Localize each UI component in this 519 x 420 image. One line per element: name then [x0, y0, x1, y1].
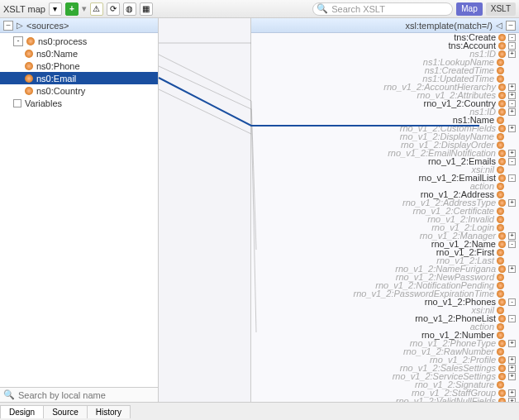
- element-icon: [25, 62, 33, 70]
- expand-toggle[interactable]: +: [508, 84, 516, 91]
- arrow-icon: ◁: [496, 21, 502, 30]
- tree-node[interactable]: -ns0:process: [0, 35, 158, 47]
- search-placeholder: Search XSLT: [331, 4, 385, 14]
- tree-node[interactable]: ns0:Name: [0, 47, 158, 60]
- element-icon: [497, 332, 504, 339]
- element-icon: [498, 84, 506, 91]
- search-local-input[interactable]: [18, 390, 155, 400]
- node-label: Variables: [25, 98, 62, 108]
- element-icon: [498, 125, 506, 132]
- node-label: ns0:Name: [36, 49, 78, 59]
- arrow-icon: ▷: [17, 21, 23, 30]
- element-icon: [497, 75, 504, 83]
- expand-toggle[interactable]: +: [508, 365, 516, 372]
- element-icon: [26, 37, 35, 45]
- element-icon: [497, 166, 504, 174]
- expand-toggle[interactable]: -: [508, 42, 516, 50]
- element-icon: [25, 74, 33, 83]
- collapse-toggle[interactable]: –: [506, 21, 516, 31]
- element-icon: [498, 34, 506, 41]
- expand-toggle[interactable]: +: [508, 340, 516, 347]
- refresh-icon[interactable]: ⟳: [107, 2, 120, 16]
- element-icon: [498, 50, 506, 58]
- grid-icon[interactable]: ▦: [140, 2, 153, 16]
- expand-toggle[interactable]: -: [508, 298, 516, 306]
- element-icon: [497, 381, 504, 389]
- element-icon: [498, 232, 506, 240]
- node-label: ns0:Email: [36, 74, 76, 84]
- expand-toggle[interactable]: -: [508, 158, 516, 165]
- node-label: ns0:Country: [36, 86, 85, 96]
- globe-icon[interactable]: ◍: [123, 2, 136, 16]
- warning-icon[interactable]: ⚠: [90, 2, 103, 16]
- expand-toggle[interactable]: -: [13, 36, 23, 46]
- element-icon: [497, 67, 504, 74]
- expand-toggle[interactable]: +: [508, 150, 516, 157]
- expand-toggle[interactable]: +: [508, 232, 516, 240]
- expand-toggle[interactable]: -: [508, 241, 516, 248]
- element-icon: [497, 141, 504, 149]
- tree-node[interactable]: ns0:Country: [0, 84, 158, 97]
- element-icon: [497, 59, 504, 66]
- expand-toggle[interactable]: -: [508, 315, 516, 322]
- expand-toggle[interactable]: +: [508, 199, 516, 207]
- element-icon: [498, 42, 506, 50]
- expand-toggle[interactable]: +: [508, 50, 516, 58]
- element-icon: [498, 298, 506, 306]
- expand-toggle[interactable]: +: [508, 373, 516, 380]
- element-icon: [498, 174, 506, 182]
- target-tree[interactable]: tns:Create-tns:Account-ns1:ID+ns1:Lookup…: [251, 33, 519, 402]
- element-icon: [497, 117, 504, 124]
- element-icon: [497, 191, 504, 198]
- element-icon: [498, 199, 506, 207]
- expand-toggle[interactable]: +: [508, 265, 516, 273]
- element-icon: [497, 307, 504, 314]
- expand-toggle[interactable]: +: [508, 92, 516, 99]
- element-icon: [498, 373, 506, 380]
- expand-toggle[interactable]: -: [508, 174, 516, 182]
- node-label: ns0:Phone: [36, 61, 80, 71]
- add-btn[interactable]: +: [65, 2, 79, 16]
- element-icon: [497, 224, 504, 231]
- expand-toggle[interactable]: +: [508, 389, 516, 397]
- map-pill[interactable]: Map: [456, 2, 482, 16]
- search-icon: 🔍: [317, 3, 328, 14]
- element-icon: [498, 389, 506, 397]
- template-header: xsl:template(match=/): [406, 21, 493, 31]
- element-icon: [498, 150, 506, 157]
- element-icon: [498, 356, 506, 364]
- element-icon: [497, 348, 504, 356]
- element-icon: [498, 340, 506, 347]
- search-xslt[interactable]: 🔍 Search XSLT: [312, 2, 453, 16]
- tab-history[interactable]: History: [87, 405, 131, 418]
- expand-toggle[interactable]: +: [508, 108, 516, 116]
- expand-toggle[interactable]: -: [508, 100, 516, 107]
- tab-design[interactable]: Design: [0, 405, 44, 418]
- element-icon: [498, 92, 506, 99]
- mapping-canvas[interactable]: [159, 18, 251, 402]
- search-local[interactable]: 🔍: [0, 387, 158, 402]
- tree-node[interactable]: Variables: [0, 97, 158, 109]
- element-icon: [498, 365, 506, 372]
- source-tree[interactable]: -ns0:processns0:Namens0:Phonens0:Emailns…: [0, 33, 158, 387]
- element-icon: [497, 274, 504, 281]
- element-icon: [498, 315, 506, 322]
- expand-toggle[interactable]: -: [508, 34, 516, 41]
- sources-header: <sources>: [26, 21, 69, 31]
- collapse-toggle[interactable]: –: [3, 21, 13, 31]
- footer-tabs: Design Source History: [0, 402, 519, 420]
- element-icon: [498, 158, 506, 165]
- element-icon: [25, 87, 33, 95]
- element-icon: [498, 108, 506, 116]
- expand-toggle[interactable]: +: [508, 356, 516, 364]
- element-icon: [497, 249, 504, 256]
- tree-node[interactable]: ns0:Phone: [0, 60, 158, 72]
- tab-source[interactable]: Source: [43, 405, 88, 418]
- xslt-pill[interactable]: XSLT: [486, 2, 516, 16]
- node-label: ns0:process: [38, 36, 87, 46]
- tree-node[interactable]: ns0:Email: [0, 72, 158, 84]
- element-icon: [497, 257, 504, 265]
- element-icon: [498, 100, 506, 107]
- expand-toggle[interactable]: +: [508, 125, 516, 132]
- dropdown-btn[interactable]: ▾: [49, 2, 62, 16]
